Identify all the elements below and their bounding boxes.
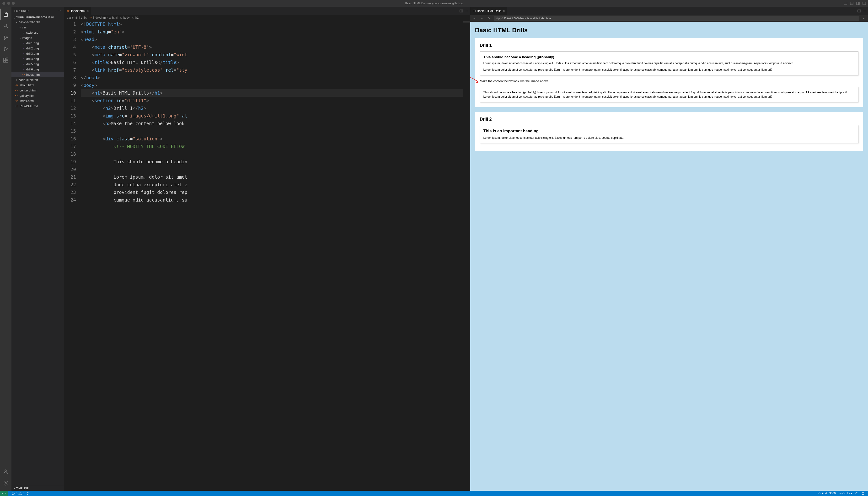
project-root[interactable]: ⌄ YOUR-USERNAME.GITHUB.IO: [12, 16, 64, 19]
tree-item-label: images: [22, 36, 32, 40]
breadcrumbs[interactable]: basic-html-drills › <> index.html › ⬡ ht…: [64, 15, 470, 20]
svg-rect-0: [844, 2, 847, 5]
tree-item-drill2-png[interactable]: ▫drill2.png: [12, 46, 64, 51]
layout-sidebar-right-icon[interactable]: [856, 1, 860, 5]
file-icon: ▫: [21, 52, 25, 55]
explorer-header: EXPLORER ⋯: [12, 7, 64, 15]
tree-item-README-md[interactable]: ⓘREADME.md: [12, 104, 64, 109]
status-notifications[interactable]: [860, 492, 866, 495]
tree-item-drill3-png[interactable]: ▫drill3.png: [12, 51, 64, 56]
golive-label: Go Live: [842, 492, 852, 495]
code-editor-pane: <> index.html × ⋯ basic-html-drills › <>…: [64, 7, 470, 491]
back-button[interactable]: ←: [472, 17, 477, 20]
split-editor-icon[interactable]: [460, 9, 463, 13]
tree-item-about-html[interactable]: <>about.html: [12, 82, 64, 88]
chevron-right-icon: ›: [107, 16, 108, 19]
tree-item-css[interactable]: ⌄css: [12, 25, 64, 30]
drill-1-section: Drill 1 This should become a heading (pr…: [475, 38, 864, 107]
status-golive[interactable]: Go Live: [837, 492, 854, 495]
tree-item-label: gallery.html: [19, 94, 35, 97]
tree-item-label: css: [22, 26, 27, 29]
code-content[interactable]: <!DOCTYPE html><html lang="en"><head> <m…: [81, 20, 463, 491]
status-port[interactable]: Port : 3000: [817, 492, 837, 495]
layout-panel-icon[interactable]: [850, 1, 854, 5]
close-tab-icon[interactable]: ×: [87, 9, 89, 13]
window-title: Basic HTML Drills — your-username.github…: [405, 2, 463, 5]
breadcrumb-item[interactable]: h1: [136, 16, 139, 19]
more-actions-icon[interactable]: ⋯: [863, 9, 866, 13]
file-icon: <>: [15, 94, 19, 97]
tree-item-label: drill2.png: [26, 47, 39, 50]
explorer-more-button[interactable]: ⋯: [59, 9, 61, 12]
tree-item-drill1-png[interactable]: ▫drill1.png: [12, 40, 64, 46]
explorer-sidebar: EXPLORER ⋯ ⌄ YOUR-USERNAME.GITHUB.IO ⌄ba…: [12, 7, 64, 491]
project-name: YOUR-USERNAME.GITHUB.IO: [16, 16, 54, 19]
tree-item-basic-html-drills[interactable]: ⌄basic-html-drills: [12, 19, 64, 25]
tree-item-contact-html[interactable]: <>contact.html: [12, 88, 64, 93]
symbol-icon: ⬡: [132, 16, 135, 19]
tree-item-gallery-html[interactable]: <>gallery.html: [12, 93, 64, 98]
explorer-activity[interactable]: [0, 9, 12, 20]
tree-item-drill4-png[interactable]: ▫drill4.png: [12, 56, 64, 61]
accounts-activity[interactable]: [0, 466, 12, 477]
activity-bottom: [0, 466, 12, 489]
maximize-window-button[interactable]: [12, 2, 15, 5]
chevron-right-icon: ›: [88, 16, 88, 19]
breadcrumb-item[interactable]: html: [112, 16, 118, 19]
activity-bar: [0, 7, 12, 491]
extensions-activity[interactable]: [0, 55, 12, 66]
tree-item-index-html[interactable]: <>index.html: [12, 98, 64, 104]
tree-item-code-skeleton[interactable]: ›code-skeleton: [12, 77, 64, 82]
drill-2-title: Drill 2: [480, 117, 859, 122]
tab-label: Basic HTML Drills: [477, 9, 501, 13]
status-problems[interactable]: 0 0: [10, 492, 26, 495]
svg-point-29: [840, 493, 840, 494]
window-controls: [0, 2, 15, 5]
customize-layout-icon[interactable]: [862, 1, 866, 5]
minimap[interactable]: [463, 20, 470, 491]
titlebar: Basic HTML Drills — your-username.github…: [0, 0, 868, 7]
tree-item-index-html[interactable]: <>index.html: [12, 72, 64, 77]
split-editor-icon[interactable]: [857, 9, 861, 13]
breadcrumb-item[interactable]: basic-html-drills: [67, 16, 87, 19]
tab-preview[interactable]: 🗔 Basic HTML Drills ×: [470, 7, 508, 15]
tree-item-style-css[interactable]: #style.css: [12, 30, 64, 35]
close-window-button[interactable]: [2, 2, 5, 5]
file-icon: <>: [21, 73, 25, 76]
settings-activity[interactable]: [0, 477, 12, 489]
tree-item-drill6-png[interactable]: ▫drill6.png: [12, 67, 64, 72]
status-feedback[interactable]: [854, 492, 860, 495]
tree-item-label: README.md: [19, 104, 38, 108]
minimize-window-button[interactable]: [7, 2, 10, 5]
url-bar[interactable]: http://127.0.0.1:3000/basic-html-drills/…: [494, 16, 859, 21]
reload-button[interactable]: ⟳: [486, 17, 491, 20]
svg-rect-6: [863, 2, 866, 5]
tree-item-label: about.html: [19, 83, 34, 87]
file-icon: <>: [15, 83, 19, 87]
tree-item-drill5-png[interactable]: ▫drill5.png: [12, 61, 64, 67]
source-control-activity[interactable]: [0, 32, 12, 43]
tree-item-label: contact.html: [19, 89, 36, 92]
chevron-down-icon: ⌄: [18, 36, 22, 39]
breadcrumb-item[interactable]: body: [123, 16, 129, 19]
remote-indicator[interactable]: [0, 491, 8, 496]
explorer-title: EXPLORER: [14, 10, 29, 12]
tab-index-html[interactable]: <> index.html ×: [64, 7, 91, 15]
forward-button[interactable]: →: [479, 17, 484, 20]
preview-content[interactable]: Basic HTML Drills Drill 1 This should be…: [470, 22, 868, 491]
svg-point-9: [4, 35, 5, 36]
open-external-icon[interactable]: ⫘: [861, 17, 866, 20]
more-actions-icon[interactable]: ⋯: [465, 9, 468, 13]
breadcrumb-item[interactable]: index.html: [93, 16, 106, 19]
preview-pane: 🗔 Basic HTML Drills × ⋯ ← → ⟳ http://127…: [470, 7, 868, 491]
status-git[interactable]: 1: [26, 492, 32, 495]
timeline-section[interactable]: › TIMELINE: [12, 486, 64, 491]
close-tab-icon[interactable]: ×: [503, 9, 505, 13]
search-activity[interactable]: [0, 20, 12, 32]
tree-item-label: code-skeleton: [19, 78, 38, 82]
run-debug-activity[interactable]: [0, 43, 12, 55]
layout-sidebar-left-icon[interactable]: [843, 1, 848, 5]
code-editor[interactable]: 123456789101112131415161718192021222324 …: [64, 20, 470, 491]
file-icon: ⓘ: [15, 104, 19, 108]
tree-item-images[interactable]: ⌄images: [12, 35, 64, 40]
